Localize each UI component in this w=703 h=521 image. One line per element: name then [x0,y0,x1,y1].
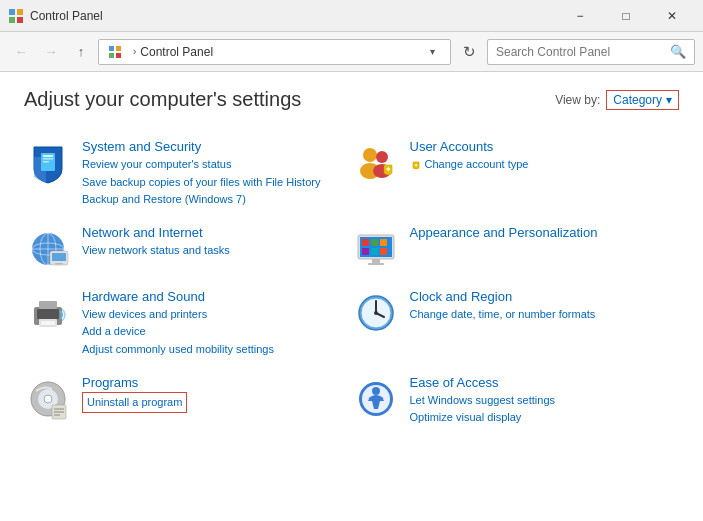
ease-of-access-icon [352,375,400,423]
clock-region-icon [352,289,400,337]
svg-rect-30 [380,239,387,246]
system-security-link-3[interactable]: Backup and Restore (Windows 7) [82,191,344,209]
titlebar: Control Panel − □ ✕ [0,0,703,32]
page-title: Adjust your computer's settings [24,88,301,111]
ease-of-access-link-2[interactable]: Optimize visual display [410,409,672,427]
svg-rect-25 [55,263,63,265]
search-icon[interactable]: 🔍 [670,44,686,59]
user-accounts-icon: ✦ [352,139,400,187]
programs-icon [24,375,72,423]
address-box[interactable]: › Control Panel ▾ [98,39,451,65]
svg-rect-31 [362,248,369,255]
svg-rect-38 [39,301,57,309]
user-accounts-link-1[interactable]: ✦ Change account type [410,156,672,174]
svg-rect-11 [43,161,49,163]
system-security-content: System and Security Review your computer… [82,139,344,209]
category-system-security: System and Security Review your computer… [24,131,352,217]
hardware-sound-title[interactable]: Hardware and Sound [82,289,344,304]
network-internet-icon [24,225,72,273]
viewby-arrow: ▾ [666,93,672,107]
refresh-button[interactable]: ↻ [455,38,483,66]
appearance-personalization-title[interactable]: Appearance and Personalization [410,225,672,240]
category-programs: Programs Uninstall a program [24,367,352,435]
maximize-button[interactable]: □ [603,0,649,32]
viewby-label: View by: [555,93,600,107]
svg-text:✦: ✦ [384,165,391,174]
svg-point-46 [374,311,378,315]
viewby-control: View by: Category ▾ [555,90,679,110]
svg-point-50 [44,395,52,403]
svg-rect-1 [17,9,23,15]
viewby-dropdown[interactable]: Category ▾ [606,90,679,110]
svg-rect-28 [362,239,369,246]
titlebar-icon [8,8,24,24]
back-button[interactable]: ← [8,39,34,65]
categories-grid: System and Security Review your computer… [24,131,679,435]
svg-rect-7 [116,53,121,58]
svg-rect-9 [43,155,53,157]
titlebar-controls: − □ ✕ [557,0,695,32]
system-security-icon [24,139,72,187]
svg-rect-3 [17,17,23,23]
ease-of-access-link-1[interactable]: Let Windows suggest settings [410,392,672,410]
forward-button[interactable]: → [38,39,64,65]
svg-rect-5 [116,46,121,51]
hardware-sound-content: Hardware and Sound View devices and prin… [82,289,344,359]
svg-rect-0 [9,9,15,15]
svg-point-57 [372,387,380,395]
programs-link-1[interactable]: Uninstall a program [82,392,187,414]
hardware-sound-link-1[interactable]: View devices and printers [82,306,344,324]
svg-rect-40 [41,321,55,325]
svg-rect-2 [9,17,15,23]
svg-rect-35 [368,263,384,265]
addressbar: ← → ↑ › Control Panel ▾ ↻ 🔍 [0,32,703,72]
appearance-personalization-icon [352,225,400,273]
up-button[interactable]: ↑ [68,39,94,65]
user-accounts-content: User Accounts ✦ Change account type [410,139,672,174]
category-appearance-personalization: Appearance and Personalization [352,217,680,281]
address-cp-icon [107,44,123,60]
system-security-link-1[interactable]: Review your computer's status [82,156,344,174]
svg-text:✦: ✦ [414,162,418,168]
clock-region-link-1[interactable]: Change date, time, or number formats [410,306,672,324]
svg-rect-34 [372,259,380,263]
svg-point-12 [363,148,377,162]
ease-of-access-title[interactable]: Ease of Access [410,375,672,390]
search-input[interactable] [496,45,670,59]
network-internet-content: Network and Internet View network status… [82,225,344,260]
network-internet-title[interactable]: Network and Internet [82,225,344,240]
address-breadcrumb: Control Panel [140,45,213,59]
titlebar-title: Control Panel [30,9,557,23]
clock-region-content: Clock and Region Change date, time, or n… [410,289,672,324]
programs-title[interactable]: Programs [82,375,344,390]
viewby-value: Category [613,93,662,107]
page-heading: Adjust your computer's settings View by:… [24,88,679,111]
svg-rect-24 [52,253,66,261]
svg-rect-4 [109,46,114,51]
svg-point-14 [376,151,388,163]
address-dropdown-arrow[interactable]: ▾ [422,39,442,65]
category-hardware-sound: Hardware and Sound View devices and prin… [24,281,352,367]
svg-rect-10 [43,158,53,160]
svg-rect-29 [371,239,378,246]
user-accounts-title[interactable]: User Accounts [410,139,672,154]
svg-rect-32 [371,248,378,255]
svg-rect-33 [380,248,387,255]
address-chevron: › [133,46,136,57]
search-box[interactable]: 🔍 [487,39,695,65]
main-content: Adjust your computer's settings View by:… [0,72,703,451]
system-security-link-2[interactable]: Save backup copies of your files with Fi… [82,174,344,192]
hardware-sound-link-3[interactable]: Adjust commonly used mobility settings [82,341,344,359]
close-button[interactable]: ✕ [649,0,695,32]
system-security-title[interactable]: System and Security [82,139,344,154]
hardware-sound-icon [24,289,72,337]
clock-region-title[interactable]: Clock and Region [410,289,672,304]
category-ease-of-access: Ease of Access Let Windows suggest setti… [352,367,680,435]
network-internet-link-1[interactable]: View network status and tasks [82,242,344,260]
category-network-internet: Network and Internet View network status… [24,217,352,281]
svg-rect-37 [37,309,59,319]
appearance-personalization-content: Appearance and Personalization [410,225,672,242]
category-clock-region: Clock and Region Change date, time, or n… [352,281,680,367]
hardware-sound-link-2[interactable]: Add a device [82,323,344,341]
minimize-button[interactable]: − [557,0,603,32]
